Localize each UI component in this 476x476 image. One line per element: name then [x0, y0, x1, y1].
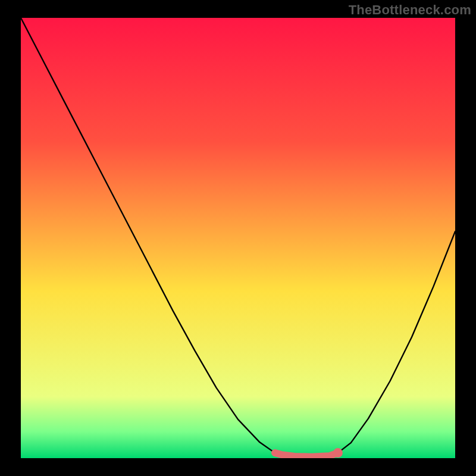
chart-frame: TheBottleneck.com — [0, 0, 476, 476]
watermark-text: TheBottleneck.com — [349, 2, 471, 18]
accent-point — [333, 448, 343, 458]
bottleneck-chart — [21, 18, 455, 458]
accent-segment — [275, 453, 338, 457]
plot-area — [21, 18, 455, 458]
gradient-background — [21, 18, 455, 458]
